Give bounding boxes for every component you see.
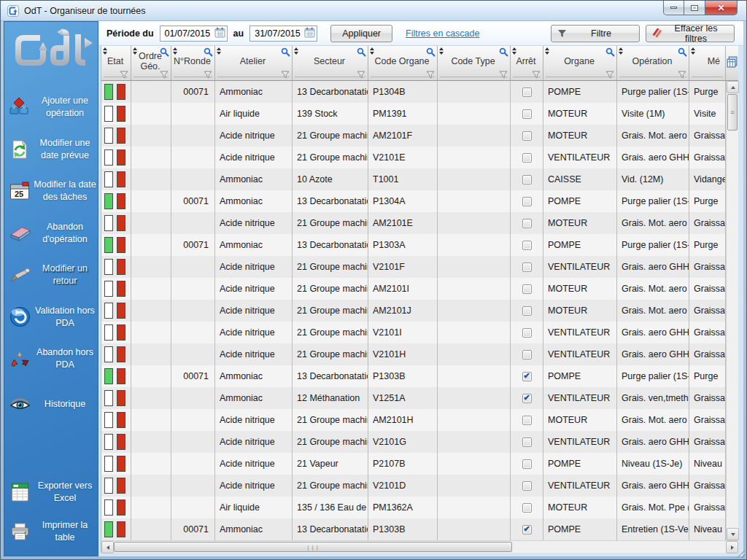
date-from-input[interactable]: 01/07/2015 [160, 26, 228, 42]
cell-arret [511, 300, 543, 322]
sidebar-item-abandon-operation[interactable]: Abandon d'opération [6, 221, 96, 246]
date-to-input[interactable]: 31/07/2015 [249, 26, 317, 42]
arret-checkbox[interactable] [522, 481, 532, 491]
table-row[interactable]: 00071 Ammoniac 13 Decarbonatatio P1304B … [101, 81, 726, 103]
arret-checkbox[interactable] [522, 372, 532, 381]
sidebar-item-ajouter-operation[interactable]: Ajouter une opération [6, 95, 96, 120]
sidebar-item-exporter-excel[interactable]: Exporter vers Excel [6, 480, 96, 505]
arret-checkbox[interactable] [522, 459, 532, 469]
vertical-scrollbar[interactable]: ≡ [726, 81, 738, 540]
close-button[interactable]: ✕ [705, 1, 738, 15]
sidebar-item-imprimer-table[interactable]: Imprimer la table [6, 519, 96, 544]
sidebar-item-historique[interactable]: Historique [6, 397, 96, 412]
table-row[interactable]: Acide nitrique 21 Groupe machine AM2101J… [101, 300, 726, 322]
vertical-scroll-thumb[interactable]: ≡ [727, 94, 738, 131]
table-row[interactable]: Acide nitrique 21 Groupe machine V2101D … [101, 475, 726, 497]
table-row[interactable]: Ammoniac 12 Méthanation V1251A VENTILATE… [101, 387, 726, 409]
filter-funnel-icon[interactable] [281, 71, 290, 79]
arret-checkbox[interactable] [522, 262, 532, 272]
filter-funnel-icon[interactable] [426, 71, 435, 79]
scroll-up-button[interactable] [727, 81, 739, 93]
column-header-atelier[interactable]: Atelier [215, 46, 293, 80]
horizontal-scroll-thumb[interactable]: | | | [114, 542, 512, 552]
arret-checkbox[interactable] [522, 328, 532, 338]
column-header-organe[interactable]: Organe [543, 46, 617, 80]
arret-checkbox[interactable] [522, 284, 532, 294]
table-row[interactable]: Acide nitrique 21 Groupe machine V2101G … [101, 431, 726, 453]
horizontal-scrollbar[interactable]: | | | [101, 540, 738, 553]
minimize-button[interactable] [663, 1, 684, 15]
arret-checkbox[interactable] [522, 241, 532, 250]
scroll-down-button[interactable] [727, 528, 739, 540]
arret-checkbox[interactable] [522, 175, 532, 184]
arret-checkbox[interactable] [522, 153, 532, 163]
table-row[interactable]: 00071 Ammoniac 13 Decarbonatatio P1303B … [101, 518, 726, 540]
filter-funnel-icon[interactable] [605, 71, 614, 79]
cell-atelier: Acide nitrique [215, 475, 293, 497]
calendar-icon[interactable] [214, 27, 225, 40]
filter-funnel-icon[interactable] [357, 71, 365, 79]
column-header-arret[interactable]: Arrêt [511, 46, 543, 80]
sidebar-item-modifier-date-prevue[interactable]: Modifier une date prévue [6, 137, 96, 162]
column-header-code-organe[interactable]: Code Organe [368, 46, 438, 80]
table-row[interactable]: Acide nitrique 21 Groupe machine V2101H … [101, 343, 726, 365]
cell-atelier: Ammoniac [215, 387, 293, 409]
arret-checkbox[interactable] [522, 503, 532, 513]
table-row[interactable]: Acide nitrique 21 Groupe machine AM2101F… [101, 125, 726, 147]
column-header-ordre-geo[interactable]: Ordre Géo. [131, 46, 171, 80]
cell-secteur: 21 Groupe machine [293, 343, 368, 365]
scroll-right-button[interactable] [726, 541, 738, 553]
filter-funnel-icon[interactable] [678, 71, 686, 79]
arret-checkbox[interactable] [522, 416, 532, 425]
cell-arret [511, 497, 543, 518]
table-row[interactable]: 00071 Ammoniac 13 Decarbonatatio P1303B … [101, 365, 726, 387]
apply-button[interactable]: Appliquer [330, 25, 392, 42]
calendar-icon[interactable] [304, 27, 315, 40]
arret-checkbox[interactable] [522, 306, 532, 316]
arret-checkbox[interactable] [522, 109, 532, 119]
column-chooser-icon[interactable] [727, 56, 738, 71]
filter-funnel-icon[interactable] [160, 71, 169, 79]
arret-checkbox[interactable] [522, 88, 532, 97]
scroll-left-button[interactable] [101, 541, 114, 553]
arret-checkbox[interactable] [522, 394, 532, 403]
column-header-etat[interactable]: Etat [101, 46, 131, 80]
sidebar-item-modifier-retour[interactable]: Modifier un retour [6, 262, 96, 287]
table-row[interactable]: Acide nitrique 21 Groupe machine V2101I … [101, 322, 726, 343]
column-header-n-ronde[interactable]: N°Ronde [171, 46, 215, 80]
table-row[interactable]: Ammoniac 10 Azote T1001 CAISSE Vid. (12M… [101, 168, 726, 190]
filter-funnel-icon[interactable] [532, 71, 541, 79]
filter-funnel-icon[interactable] [120, 71, 128, 79]
filter-funnel-icon[interactable] [499, 71, 508, 79]
table-row[interactable]: 00071 Ammoniac 13 Decarbonatatio P1303A … [101, 234, 726, 256]
table-row[interactable]: Air liquide 139 Stock PM1391 MOTEUR Visi… [101, 103, 726, 125]
table-row[interactable]: Acide nitrique 21 Groupe machine AM2101E… [101, 212, 726, 234]
table-row[interactable]: Acide nitrique 21 Vapeur P2107B POMPE Ni… [101, 453, 726, 475]
sidebar-item-abandon-hors-pda[interactable]: Abandon hors PDA [6, 346, 96, 371]
table-row[interactable]: Acide nitrique 21 Groupe machine V2101F … [101, 256, 726, 278]
filter-button[interactable]: Filtre [551, 25, 640, 42]
column-header-operation[interactable]: Opération [617, 46, 689, 80]
cell-operation: Vid. (12M) [617, 168, 689, 190]
sidebar-item-validation-hors-pda[interactable]: Validation hors PDA [6, 305, 96, 330]
filter-funnel-icon[interactable] [204, 71, 212, 79]
cascade-filters-link[interactable]: Filtres en cascade [406, 28, 479, 39]
arret-checkbox[interactable] [522, 197, 532, 206]
arret-checkbox[interactable] [522, 131, 532, 141]
column-header-secteur[interactable]: Secteur [293, 46, 368, 80]
arret-checkbox[interactable] [522, 219, 532, 228]
clear-filters-button[interactable]: Effacer les filtres [646, 25, 735, 42]
table-row[interactable]: Acide nitrique 21 Groupe machine AM2101H… [101, 409, 726, 431]
titlebar[interactable]: OdT - Organiseur de tournées ✕ [1, 1, 746, 21]
column-header-me[interactable]: Mé [689, 46, 726, 80]
sidebar-item-modifier-date-taches[interactable]: 25 Modifier la date des tâches [6, 179, 96, 203]
table-row[interactable]: Acide nitrique 21 Groupe machine AM2101I… [101, 278, 726, 300]
arret-checkbox[interactable] [522, 350, 532, 359]
table-row[interactable]: Air liquide 135 / 136 Eau de re PM1362A … [101, 497, 726, 518]
arret-checkbox[interactable] [522, 525, 532, 534]
table-row[interactable]: Acide nitrique 21 Groupe machine V2101E … [101, 147, 726, 168]
table-row[interactable]: 00071 Ammoniac 13 Decarbonatatio P1304A … [101, 190, 726, 212]
arret-checkbox[interactable] [522, 438, 532, 447]
maximize-button[interactable] [684, 1, 705, 15]
column-header-code-type[interactable]: Code Type [438, 46, 511, 80]
